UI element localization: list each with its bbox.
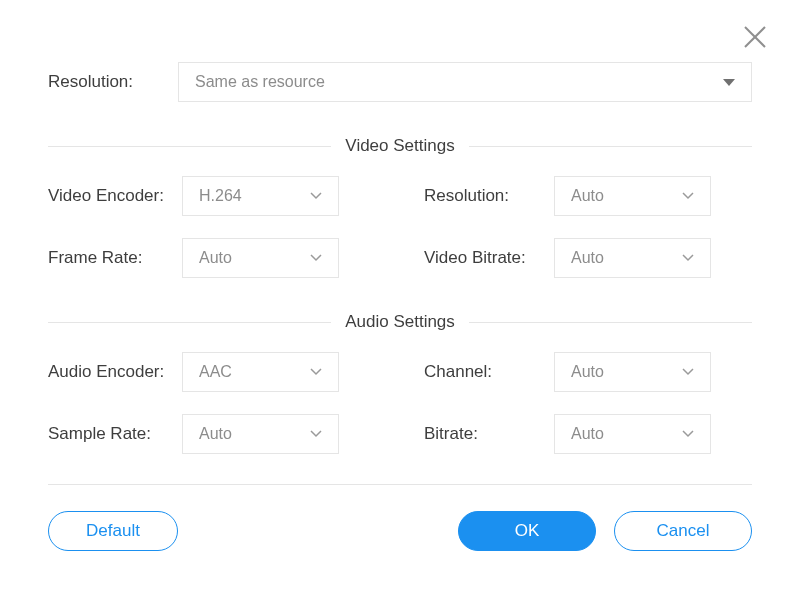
video-bitrate-label: Video Bitrate:: [424, 248, 554, 268]
divider: [48, 146, 331, 147]
chevron-down-icon: [682, 254, 694, 262]
video-settings-grid: Video Encoder: H.264 Resolution: Auto Fr…: [48, 176, 752, 278]
audio-bitrate-label: Bitrate:: [424, 424, 554, 444]
divider: [48, 484, 752, 485]
audio-bitrate-select[interactable]: Auto: [554, 414, 711, 454]
frame-rate-select[interactable]: Auto: [182, 238, 339, 278]
top-resolution-label: Resolution:: [48, 72, 178, 92]
ok-button-label: OK: [515, 521, 540, 541]
button-row: Default OK Cancel: [48, 511, 752, 551]
channel-select[interactable]: Auto: [554, 352, 711, 392]
chevron-down-icon: [310, 368, 322, 376]
frame-rate-value: Auto: [199, 249, 232, 267]
frame-rate-label: Frame Rate:: [48, 248, 182, 268]
channel-label: Channel:: [424, 362, 554, 382]
video-resolution-select[interactable]: Auto: [554, 176, 711, 216]
chevron-down-icon: [723, 79, 735, 86]
audio-settings-header: Audio Settings: [48, 312, 752, 332]
audio-encoder-select[interactable]: AAC: [182, 352, 339, 392]
chevron-down-icon: [682, 368, 694, 376]
close-button[interactable]: [740, 22, 770, 52]
divider: [469, 322, 752, 323]
default-button-label: Default: [86, 521, 140, 541]
video-encoder-value: H.264: [199, 187, 242, 205]
audio-settings-title: Audio Settings: [331, 312, 469, 332]
chevron-down-icon: [310, 192, 322, 200]
sample-rate-value: Auto: [199, 425, 232, 443]
chevron-down-icon: [682, 192, 694, 200]
video-encoder-select[interactable]: H.264: [182, 176, 339, 216]
settings-dialog: Resolution: Same as resource Video Setti…: [0, 0, 800, 592]
audio-settings-grid: Audio Encoder: AAC Channel: Auto Sample …: [48, 352, 752, 454]
audio-bitrate-value: Auto: [571, 425, 604, 443]
video-bitrate-value: Auto: [571, 249, 604, 267]
divider: [48, 322, 331, 323]
top-resolution-select[interactable]: Same as resource: [178, 62, 752, 102]
top-resolution-value: Same as resource: [195, 73, 325, 91]
cancel-button-label: Cancel: [657, 521, 710, 541]
sample-rate-select[interactable]: Auto: [182, 414, 339, 454]
chevron-down-icon: [310, 430, 322, 438]
top-resolution-row: Resolution: Same as resource: [48, 62, 752, 102]
audio-encoder-label: Audio Encoder:: [48, 362, 182, 382]
channel-value: Auto: [571, 363, 604, 381]
chevron-down-icon: [682, 430, 694, 438]
video-resolution-label: Resolution:: [424, 186, 554, 206]
video-resolution-value: Auto: [571, 187, 604, 205]
chevron-down-icon: [310, 254, 322, 262]
video-settings-header: Video Settings: [48, 136, 752, 156]
video-settings-title: Video Settings: [331, 136, 468, 156]
sample-rate-label: Sample Rate:: [48, 424, 182, 444]
video-bitrate-select[interactable]: Auto: [554, 238, 711, 278]
divider: [469, 146, 752, 147]
ok-button[interactable]: OK: [458, 511, 596, 551]
audio-encoder-value: AAC: [199, 363, 232, 381]
video-encoder-label: Video Encoder:: [48, 186, 182, 206]
default-button[interactable]: Default: [48, 511, 178, 551]
close-icon: [740, 22, 770, 52]
cancel-button[interactable]: Cancel: [614, 511, 752, 551]
